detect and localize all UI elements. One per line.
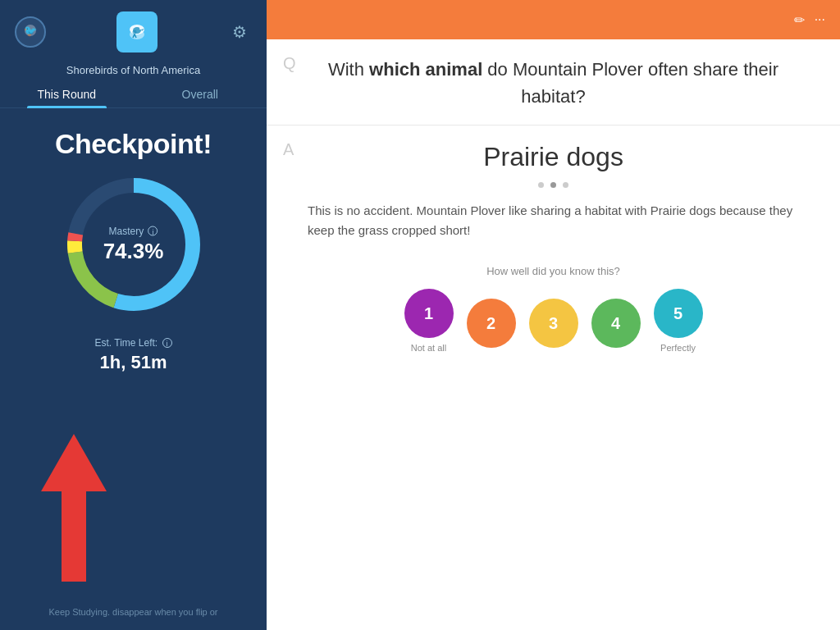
slide-dots (538, 182, 568, 188)
mastery-value: 74.3% (103, 239, 164, 264)
rating-circle-5[interactable]: 5 (654, 289, 703, 338)
mastery-info-icon[interactable]: i (148, 226, 158, 236)
rating-circle-4[interactable]: 4 (591, 299, 641, 348)
rating-label-5: Perfectly (660, 343, 696, 353)
dot-1 (538, 182, 544, 188)
dot-3 (563, 182, 568, 188)
deck-title: Shorebirds of North America (66, 64, 200, 76)
svg-point-6 (139, 28, 141, 30)
tab-this-round[interactable]: This Round (0, 81, 134, 107)
more-options-icon[interactable]: ··· (815, 12, 825, 27)
explanation-text: This is no accident. Mountain Plover lik… (308, 201, 799, 240)
svg-text:🐦: 🐦 (24, 24, 38, 38)
time-value: 1h, 51m (94, 352, 171, 373)
time-section: Est. Time Left: i 1h, 51m (94, 337, 171, 373)
question-label: Q (283, 54, 296, 73)
right-panel: ✏ ··· Q With which animal do Mountain Pl… (267, 0, 840, 630)
rating-circle-2[interactable]: 2 (467, 299, 516, 348)
mastery-center: Mastery i 74.3% (103, 226, 164, 264)
rating-btn-3: 3 (529, 299, 578, 353)
rating-buttons: 1 Not at all 2 3 4 5 Perfectly (404, 289, 703, 353)
gear-icon[interactable]: ⚙ (227, 20, 252, 44)
rating-section: How well did you know this? 1 Not at all… (267, 265, 840, 374)
tab-overall[interactable]: Overall (134, 81, 267, 107)
svg-marker-15 (41, 434, 107, 582)
right-header: ✏ ··· (267, 0, 840, 39)
question-section: Q With which animal do Mountain Plover o… (267, 39, 840, 126)
avatar-icon[interactable]: 🐦 (15, 16, 46, 48)
time-info-icon[interactable]: i (162, 338, 172, 348)
bottom-note: Keep Studying. disappear when you flip o… (0, 607, 267, 617)
answer-section: A Prairie dogs This is no accident. Moun… (267, 126, 840, 265)
left-panel: 🐦 ⚙ Shorebirds of North America This Rou… (0, 0, 267, 630)
time-label: Est. Time Left: i (94, 337, 171, 349)
deck-icon (116, 11, 158, 52)
left-header: 🐦 ⚙ (0, 0, 267, 64)
rating-btn-5: 5 Perfectly (654, 289, 703, 353)
answer-text: Prairie dogs (483, 142, 623, 172)
rating-circle-3[interactable]: 3 (529, 299, 578, 348)
rating-btn-2: 2 (467, 299, 516, 353)
card-area: Q With which animal do Mountain Plover o… (267, 39, 840, 630)
checkpoint-title: Checkpoint! (55, 128, 212, 160)
rating-circle-1[interactable]: 1 (404, 289, 454, 338)
mastery-label: Mastery i (103, 226, 164, 237)
dot-2 (550, 182, 556, 188)
answer-label: A (283, 140, 294, 159)
tab-row: This Round Overall (0, 81, 267, 108)
rating-btn-4: 4 (591, 299, 641, 353)
header-actions: ✏ ··· (794, 12, 825, 28)
svg-point-7 (132, 30, 136, 34)
rating-question: How well did you know this? (486, 265, 620, 277)
pencil-icon[interactable]: ✏ (794, 12, 805, 28)
question-text: With which animal do Mountain Plover oft… (308, 56, 799, 110)
rating-btn-1: 1 Not at all (404, 289, 454, 353)
red-arrow (21, 434, 127, 585)
mastery-donut: Mastery i 74.3% (64, 175, 203, 314)
rating-label-1: Not at all (411, 343, 446, 353)
